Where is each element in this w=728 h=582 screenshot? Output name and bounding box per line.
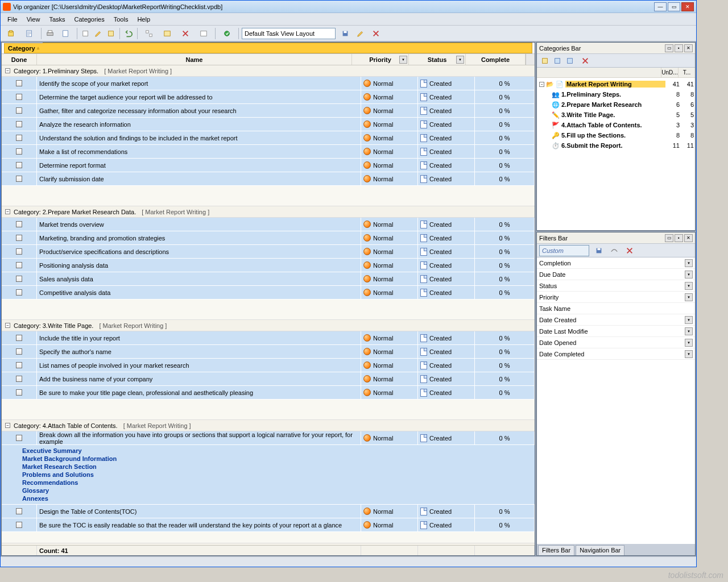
- task-row[interactable]: Determine the target audience your repor…: [2, 90, 535, 104]
- tree-root[interactable]: −📂📄Market Report Writing4141: [538, 79, 694, 89]
- done-checkbox[interactable]: [16, 262, 22, 268]
- filter-field[interactable]: Date Completed▼: [537, 348, 695, 360]
- collapse-icon[interactable]: −: [5, 209, 10, 214]
- collapse-icon[interactable]: −: [5, 68, 10, 73]
- filter-field[interactable]: Priority▼: [537, 292, 695, 303]
- paste-button[interactable]: [105, 28, 117, 39]
- tree-item[interactable]: ✏️3.Write Title Page.55: [538, 110, 694, 120]
- chevron-down-icon[interactable]: ▼: [685, 350, 693, 358]
- task-row[interactable]: Make a list of recommendations Normal Cr…: [2, 145, 535, 159]
- done-checkbox[interactable]: [16, 148, 22, 155]
- group-row[interactable]: −Category: 3.Write Title Page.[ Market R…: [2, 320, 535, 331]
- done-checkbox[interactable]: [16, 162, 22, 168]
- done-checkbox[interactable]: [16, 107, 22, 114]
- task-row[interactable]: Positioning analysis data Normal Created…: [2, 259, 535, 272]
- tree-item[interactable]: ⏱️6.Submit the Report.1111: [538, 140, 694, 151]
- panel-pin-icon[interactable]: ▪: [675, 234, 683, 242]
- done-checkbox[interactable]: [16, 435, 22, 441]
- panel-restore-icon[interactable]: ▭: [665, 234, 673, 242]
- toggle-button[interactable]: [140, 28, 158, 39]
- group-tag-category[interactable]: Category: [4, 43, 43, 53]
- done-checkbox[interactable]: [16, 335, 22, 341]
- chevron-down-icon[interactable]: ▼: [685, 293, 693, 301]
- chevron-down-icon[interactable]: ▼: [685, 327, 693, 335]
- task-row[interactable]: Competitive analysis data Normal Created…: [2, 286, 535, 300]
- cat-col-undone[interactable]: UnD...: [661, 68, 678, 77]
- cat-delete-button[interactable]: [577, 55, 594, 66]
- chevron-down-icon[interactable]: ▼: [685, 259, 693, 267]
- task-row[interactable]: List names of people involved in your ma…: [2, 359, 535, 372]
- menu-file[interactable]: File: [3, 14, 22, 24]
- group-row[interactable]: −Category: 2.Prepare Market Research Dat…: [2, 206, 535, 218]
- menu-view[interactable]: View: [22, 14, 45, 24]
- print-button[interactable]: [44, 28, 56, 39]
- collapse-icon[interactable]: −: [539, 82, 544, 87]
- task-row[interactable]: Clarify submission date Normal Created 0…: [2, 172, 535, 186]
- task-row[interactable]: Market trends overview Normal Created 0 …: [2, 218, 535, 231]
- done-checkbox[interactable]: [16, 80, 22, 86]
- filter-delete-button[interactable]: [621, 245, 638, 256]
- tree-item[interactable]: 🌐2.Prepare Market Research66: [538, 99, 694, 110]
- task-row[interactable]: Marketing, branding and promotion strate…: [2, 231, 535, 245]
- filter-dd-icon[interactable]: ▼: [399, 56, 407, 64]
- category-button[interactable]: [159, 28, 176, 39]
- filter-save-button[interactable]: [590, 245, 607, 256]
- filter-dd-icon[interactable]: ▼: [456, 56, 464, 64]
- refresh-button[interactable]: [218, 28, 235, 39]
- done-checkbox[interactable]: [16, 94, 22, 100]
- grid-body[interactable]: −Category: 1.Preliminary Steps.[ Market …: [2, 65, 535, 545]
- done-checkbox[interactable]: [16, 522, 22, 528]
- col-name[interactable]: Name: [37, 54, 352, 65]
- close-button[interactable]: ✕: [681, 2, 694, 11]
- filter-field[interactable]: Completion▼: [537, 257, 695, 269]
- minimize-button[interactable]: —: [654, 2, 667, 11]
- filter-field[interactable]: Due Date▼: [537, 269, 695, 280]
- menu-categories[interactable]: Categories: [70, 14, 109, 24]
- panel-restore-icon[interactable]: ▭: [665, 44, 673, 52]
- chevron-down-icon[interactable]: ▼: [685, 271, 693, 278]
- task-row[interactable]: Break down all the information you have …: [2, 431, 535, 445]
- done-checkbox[interactable]: [16, 235, 22, 241]
- delete-button[interactable]: [177, 28, 194, 39]
- done-checkbox[interactable]: [16, 135, 22, 141]
- menu-help[interactable]: Help: [133, 14, 155, 24]
- filter-field[interactable]: Date Created▼: [537, 314, 695, 326]
- filter-field[interactable]: Date Last Modifie▼: [537, 326, 695, 337]
- tab-navigation-bar[interactable]: Navigation Bar: [576, 545, 624, 555]
- tree-item[interactable]: 🚩4.Attach Table of Contents.33: [538, 120, 694, 130]
- col-done[interactable]: Done: [2, 54, 37, 65]
- tab-filters-bar[interactable]: Filters Bar: [538, 545, 574, 555]
- chevron-down-icon[interactable]: ▼: [685, 316, 693, 324]
- menu-tools[interactable]: Tools: [109, 14, 133, 24]
- task-row[interactable]: Sales analysis data Normal Created 0 %: [2, 272, 535, 286]
- collapse-icon[interactable]: −: [5, 423, 10, 428]
- done-checkbox[interactable]: [16, 376, 22, 382]
- done-checkbox[interactable]: [16, 362, 22, 368]
- layout-edit-button[interactable]: [355, 28, 366, 39]
- done-checkbox[interactable]: [16, 276, 22, 282]
- layout-delete-button[interactable]: [367, 28, 384, 39]
- done-checkbox[interactable]: [16, 221, 22, 227]
- col-priority[interactable]: Priority▼: [352, 54, 409, 65]
- done-checkbox[interactable]: [16, 289, 22, 296]
- col-status[interactable]: Status▼: [409, 54, 466, 65]
- cat-move-button[interactable]: [564, 55, 576, 66]
- cut-button[interactable]: [80, 28, 92, 39]
- done-checkbox[interactable]: [16, 389, 22, 396]
- task-row[interactable]: Product/service specifications and descr…: [2, 245, 535, 259]
- done-checkbox[interactable]: [16, 121, 22, 127]
- new-db-button[interactable]: [3, 28, 20, 39]
- task-row[interactable]: Be sure to make your title page clean, p…: [2, 386, 535, 400]
- task-row[interactable]: Identify the scope of your market report…: [2, 77, 535, 90]
- scrollbar-top[interactable]: [526, 54, 535, 65]
- filter-field[interactable]: Task Name: [537, 303, 695, 314]
- maximize-button[interactable]: ▭: [668, 2, 680, 11]
- done-checkbox[interactable]: [16, 508, 22, 514]
- edit-button[interactable]: [93, 28, 104, 39]
- filter-field[interactable]: Status▼: [537, 280, 695, 292]
- done-checkbox[interactable]: [16, 176, 22, 182]
- task-row[interactable]: Understand the solution and findings to …: [2, 131, 535, 145]
- collapse-icon[interactable]: −: [5, 323, 10, 328]
- cat-edit-button[interactable]: [552, 55, 563, 66]
- group-row[interactable]: −Category: 1.Preliminary Steps.[ Market …: [2, 65, 535, 77]
